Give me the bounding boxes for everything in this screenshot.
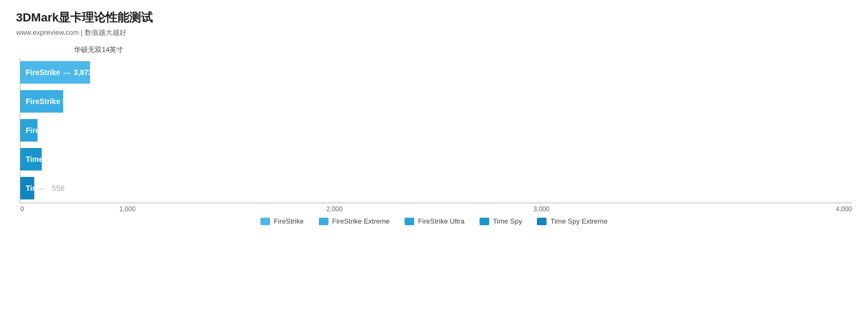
bar-label: FireStrike Ultra	[26, 126, 79, 135]
legend-label-0: FireStrike	[274, 217, 304, 225]
page-subtitle: www.expreview.com | 数值越大越好	[16, 28, 852, 38]
legend-item-0: FireStrike	[260, 217, 304, 225]
bar-label: FireStrike	[26, 68, 61, 77]
bar-wrapper: FireStrike Ultra — 801	[20, 119, 106, 142]
legend-item-2: FireStrike Ultra	[405, 217, 465, 225]
x-tick-0: 0	[20, 205, 24, 213]
legend-color-0	[260, 218, 270, 225]
bar-label: Time Spy	[26, 155, 59, 164]
legend-color-2	[405, 218, 414, 225]
legend-color-1	[319, 218, 328, 225]
y-axis	[16, 58, 20, 203]
bars-section: FireStrike — 3,873FireStrike Extreme — 1…	[20, 58, 852, 203]
x-tick-2: 2,000	[231, 205, 438, 213]
x-tick-4: 4,000	[645, 205, 852, 213]
x-tick-3: 3,000	[438, 205, 645, 213]
legend-item-4: Time Spy Extreme	[537, 217, 607, 225]
bar-value: 1,219	[72, 155, 91, 164]
bar-dash-outside: —	[38, 184, 44, 192]
table-row: FireStrike Extreme — 1,655	[20, 87, 852, 115]
table-row: Time Spy — 1,219	[20, 145, 852, 173]
legend: FireStrikeFireStrike ExtremeFireStrike U…	[16, 217, 852, 225]
bar-wrapper: Time Spy — 1,219	[20, 148, 91, 171]
legend-color-4	[537, 218, 547, 225]
bar-3: Time Spy — 1,219	[20, 148, 42, 171]
legend-label-1: FireStrike Extreme	[332, 217, 390, 225]
table-row: Time Spy Extreme — 556	[20, 174, 852, 202]
bar-1: FireStrike Extreme — 1,655	[20, 90, 63, 113]
legend-item-3: Time Spy	[480, 217, 522, 225]
bar-2: FireStrike Ultra — 801	[20, 119, 38, 142]
legend-label-3: Time Spy	[493, 217, 522, 225]
bar-4: Time Spy Extreme	[20, 177, 34, 199]
page-title: 3DMark显卡理论性能测试	[16, 10, 852, 26]
legend-item-1: FireStrike Extreme	[319, 217, 390, 225]
chart-body: FireStrike — 3,873FireStrike Extreme — 1…	[16, 58, 852, 203]
bar-wrapper: FireStrike — 3,873	[20, 61, 93, 84]
table-row: FireStrike Ultra — 801	[20, 116, 852, 144]
bar-wrapper: Time Spy Extreme — 556	[20, 177, 121, 199]
chart-area: 华硕无双14英寸 FireStrike — 3,873FireStrike Ex…	[16, 45, 852, 225]
bar-label: FireStrike Extreme	[26, 97, 92, 106]
bar-value: 1,655	[106, 97, 124, 106]
bar-dash: —	[64, 69, 71, 77]
bar-dash: —	[62, 156, 69, 164]
bar-dash: —	[83, 127, 89, 135]
legend-label-4: Time Spy Extreme	[550, 217, 607, 225]
bar-wrapper: FireStrike Extreme — 1,655	[20, 90, 124, 113]
table-row: FireStrike — 3,873	[20, 58, 852, 86]
bar-value-outside: 556	[52, 184, 64, 192]
x-axis-labels: 01,0002,0003,0004,000	[20, 205, 852, 213]
legend-color-3	[480, 218, 489, 225]
x-tick-1: 1,000	[24, 205, 231, 213]
bar-dash: —	[95, 98, 102, 106]
bar-value: 801	[93, 126, 105, 135]
legend-label-2: FireStrike Ultra	[418, 217, 465, 225]
bar-value: 3,873	[74, 68, 93, 77]
bar-0: FireStrike — 3,873	[20, 61, 90, 84]
device-label: 华硕无双14英寸	[74, 45, 852, 55]
